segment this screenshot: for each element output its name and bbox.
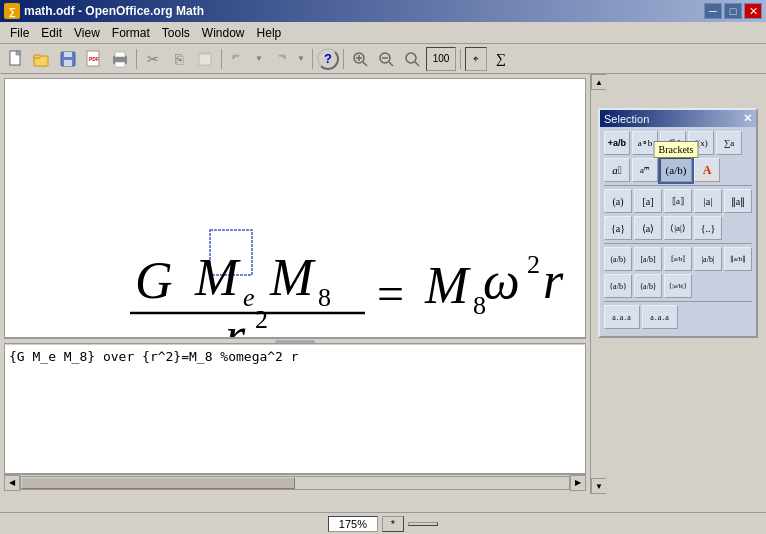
svg-line-16 xyxy=(363,62,367,66)
open-button[interactable] xyxy=(30,47,54,71)
subcategory-format-text[interactable]: A xyxy=(694,158,720,182)
svg-rect-9 xyxy=(115,52,125,57)
minimize-button[interactable]: ─ xyxy=(704,3,722,19)
panel-title: Selection xyxy=(604,113,649,125)
insert-sum-button[interactable]: ∑ xyxy=(489,47,513,71)
titlebar: ∑ math.odf - OpenOffice.org Math ─ □ ✕ xyxy=(0,0,766,22)
redo-button[interactable] xyxy=(268,47,292,71)
menu-help[interactable]: Help xyxy=(251,24,288,42)
zoom-100-label[interactable]: 100 xyxy=(426,47,456,71)
zoom-out-button[interactable] xyxy=(374,47,398,71)
panel-separator-3 xyxy=(604,301,752,302)
scroll-down-button[interactable]: ▼ xyxy=(591,478,607,494)
panel-separator-2 xyxy=(604,243,752,244)
zoom-star[interactable]: * xyxy=(382,516,404,532)
svg-text:M: M xyxy=(424,257,471,314)
dots-upper[interactable]: a.a.a xyxy=(642,305,678,329)
bracket-frac-norm[interactable]: ∥a/b∥ xyxy=(724,247,752,271)
panel-titlebar: Selection ✕ xyxy=(600,110,756,127)
subcategory-attributes[interactable]: a⃗ xyxy=(604,158,630,182)
svg-text:ω: ω xyxy=(483,252,520,309)
print-button[interactable] xyxy=(108,47,132,71)
menu-view[interactable]: View xyxy=(68,24,106,42)
svg-line-21 xyxy=(415,62,419,66)
menubar: File Edit View Format Tools Window Help xyxy=(0,22,766,44)
svg-text:8: 8 xyxy=(318,283,331,312)
svg-line-19 xyxy=(389,62,393,66)
export-pdf-button[interactable]: PDF xyxy=(82,47,106,71)
category-operators[interactable]: ∑a xyxy=(716,131,742,155)
undo-dropdown[interactable]: ▼ xyxy=(252,47,266,71)
scroll-right-button[interactable]: ▶ xyxy=(570,475,586,491)
category-functions[interactable]: f(x) xyxy=(688,131,714,155)
paste-button[interactable] xyxy=(193,47,217,71)
panel-row-6: {a/b} ⟨a/b⟩ ⟨|a/b|⟩ xyxy=(604,274,752,298)
menu-tools[interactable]: Tools xyxy=(156,24,196,42)
zoom-100-button[interactable] xyxy=(400,47,424,71)
bracket-frac-round[interactable]: (a/b) xyxy=(604,247,632,271)
svg-rect-12 xyxy=(199,54,211,65)
formula-display: G M e M 8 r 2 xyxy=(4,78,586,338)
cut-button[interactable]: ✂ xyxy=(141,47,165,71)
category-relations[interactable]: a∘b xyxy=(632,131,658,155)
menu-file[interactable]: File xyxy=(4,24,35,42)
category-unary-binary[interactable]: +a/b xyxy=(604,131,630,155)
app-icon: ∑ xyxy=(4,3,20,19)
maximize-button[interactable]: □ xyxy=(724,3,742,19)
category-set-ops[interactable]: a∈A xyxy=(660,131,686,155)
horizontal-scrollbar[interactable]: ◀ ▶ xyxy=(4,474,586,490)
scroll-up-button[interactable]: ▲ xyxy=(591,74,607,90)
svg-rect-5 xyxy=(64,60,72,66)
svg-text:M: M xyxy=(269,249,316,306)
zoom-in-button[interactable] xyxy=(348,47,372,71)
subcategory-other[interactable]: aᵐ xyxy=(632,158,658,182)
bracket-double-square[interactable]: ⟦a⟧ xyxy=(664,189,692,213)
menu-edit[interactable]: Edit xyxy=(35,24,68,42)
svg-text:2: 2 xyxy=(255,305,268,334)
bracket-round[interactable]: (a) xyxy=(604,189,632,213)
bracket-frac-square[interactable]: [a/b] xyxy=(634,247,662,271)
subcategory-brackets[interactable]: (a/b) Brackets xyxy=(660,158,692,182)
svg-rect-4 xyxy=(64,52,72,57)
undo-button[interactable] xyxy=(226,47,250,71)
toolbar: PDF ✂ ⎘ ▼ ▼ ? xyxy=(0,44,766,74)
scroll-left-button[interactable]: ◀ xyxy=(4,475,20,491)
panel-close-button[interactable]: ✕ xyxy=(743,112,752,125)
new-button[interactable] xyxy=(4,47,28,71)
formula-insert-button[interactable]: ⌖ xyxy=(465,47,487,71)
svg-text:r: r xyxy=(543,252,564,309)
bracket-scalable-curly[interactable]: {..} xyxy=(694,216,722,240)
command-input[interactable]: {G M_e M_8} over {r^2}=M_8 %omega^2 r xyxy=(4,344,586,474)
copy-button[interactable]: ⎘ xyxy=(167,47,191,71)
bracket-norm[interactable]: ∥a∥ xyxy=(724,189,752,213)
bracket-abs[interactable]: |a| xyxy=(694,189,722,213)
close-button[interactable]: ✕ xyxy=(744,3,762,19)
zoom-display: 175% xyxy=(328,516,378,532)
bracket-frac-bra-ket[interactable]: ⟨|a/b|⟩ xyxy=(664,274,692,298)
bracket-curly[interactable]: {a} xyxy=(604,216,632,240)
statusbar: 175% * xyxy=(0,512,766,534)
svg-rect-2 xyxy=(34,55,40,58)
redo-dropdown[interactable]: ▼ xyxy=(294,47,308,71)
svg-text:=: = xyxy=(377,267,404,320)
bracket-frac-dbl-sq[interactable]: ⟦a/b⟧ xyxy=(664,247,692,271)
svg-rect-10 xyxy=(115,62,125,67)
bracket-bra-ket[interactable]: ⟨|a|⟩ xyxy=(664,216,692,240)
selection-panel: Selection ✕ +a/b a∘b a∈A f(x) ∑a a⃗ aᵐ (… xyxy=(598,108,758,338)
panel-separator-1 xyxy=(604,185,752,186)
menu-format[interactable]: Format xyxy=(106,24,156,42)
panel-row-4: {a} ⟨a⟩ ⟨|a|⟩ {..} xyxy=(604,216,752,240)
bracket-frac-curly[interactable]: {a/b} xyxy=(604,274,632,298)
dots-lower[interactable]: a.a.a xyxy=(604,305,640,329)
menu-window[interactable]: Window xyxy=(196,24,251,42)
help-button[interactable]: ? xyxy=(317,48,339,70)
panel-row-5: (a/b) [a/b] ⟦a/b⟧ |a/b| ∥a/b∥ xyxy=(604,247,752,271)
window-title: math.odf - OpenOffice.org Math xyxy=(24,4,204,18)
bracket-angle[interactable]: ⟨a⟩ xyxy=(634,216,662,240)
bracket-frac-abs[interactable]: |a/b| xyxy=(694,247,722,271)
zoom-blank[interactable] xyxy=(408,522,438,526)
bracket-frac-angle[interactable]: ⟨a/b⟩ xyxy=(634,274,662,298)
save-button[interactable] xyxy=(56,47,80,71)
bracket-square[interactable]: [a] xyxy=(634,189,662,213)
panel-row-dots: a.a.a a.a.a xyxy=(604,305,752,329)
